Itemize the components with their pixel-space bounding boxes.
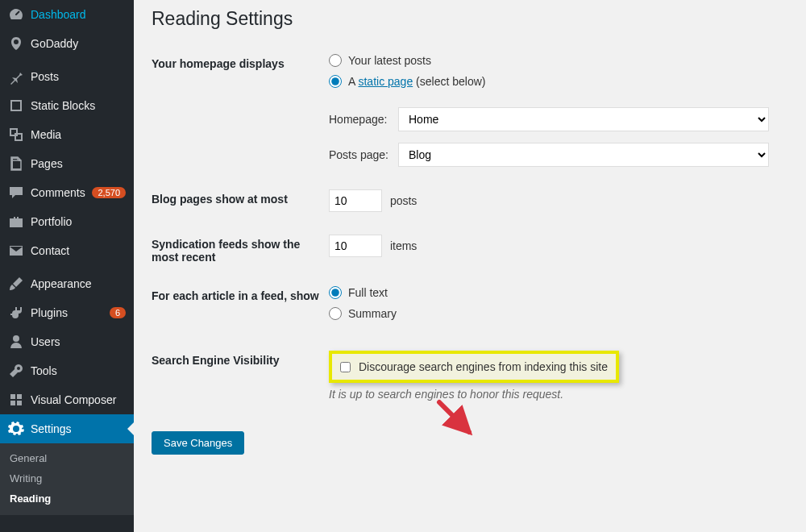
- user-icon: [8, 334, 24, 350]
- posts-page-select-label: Posts page:: [329, 148, 395, 161]
- blog-pages-unit: posts: [390, 194, 417, 207]
- sidebar-item-label: Comments: [31, 186, 89, 199]
- homepage-select[interactable]: Home: [398, 107, 769, 131]
- posts-page-select[interactable]: Blog: [398, 143, 769, 167]
- sidebar-item-label: Contact: [31, 244, 126, 257]
- sidebar-item-godaddy[interactable]: GoDaddy: [0, 29, 134, 58]
- sidebar-item-media[interactable]: Media: [0, 120, 134, 149]
- syndication-label: Syndication feeds show the most recent: [152, 235, 329, 264]
- syndication-input[interactable]: [329, 235, 382, 257]
- wrench-icon: [8, 363, 24, 379]
- submenu-item-writing[interactable]: Writing: [0, 468, 134, 488]
- sidebar-item-comments[interactable]: Comments2,570: [0, 178, 134, 207]
- portfolio-icon: [8, 214, 24, 230]
- sidebar-badge: 2,570: [92, 187, 126, 198]
- vc-icon: [8, 392, 24, 408]
- sidebar-item-visual-composer[interactable]: Visual Composer: [0, 385, 134, 414]
- feed-article-label: For each article in a feed, show: [152, 286, 329, 302]
- main-content: Reading Settings Your homepage displays …: [134, 0, 806, 532]
- radio-full-text-label: Full text: [348, 286, 388, 299]
- radio-full-text[interactable]: [329, 286, 342, 299]
- sidebar-item-tools[interactable]: Tools: [0, 356, 134, 385]
- submenu-item-reading[interactable]: Reading: [0, 488, 134, 509]
- sidebar-item-label: Media: [31, 128, 126, 141]
- sidebar-item-label: Visual Composer: [31, 393, 126, 406]
- sev-label: Search Engine Visibility: [152, 351, 329, 367]
- blog-pages-input[interactable]: [329, 189, 382, 212]
- sev-description: It is up to search engines to honor this…: [329, 388, 788, 401]
- plug-icon: [8, 305, 24, 321]
- sidebar-item-label: Users: [31, 335, 126, 348]
- sev-checkbox[interactable]: [340, 362, 351, 372]
- sidebar-item-label: Tools: [31, 364, 126, 377]
- sidebar-item-label: GoDaddy: [31, 37, 126, 50]
- page-icon: [8, 156, 24, 172]
- sidebar-item-portfolio[interactable]: Portfolio: [0, 207, 134, 236]
- gear-icon: [8, 421, 24, 437]
- page-title: Reading Settings: [152, 8, 788, 30]
- sidebar-item-label: Plugins: [31, 306, 106, 319]
- godaddy-icon: [8, 35, 24, 52]
- sidebar-item-label: Static Blocks: [31, 99, 126, 112]
- sidebar-item-posts[interactable]: Posts: [0, 62, 134, 91]
- sidebar-item-label: Dashboard: [31, 8, 126, 21]
- dashboard-icon: [8, 6, 24, 23]
- sidebar-item-contact[interactable]: Contact: [0, 236, 134, 265]
- sidebar-item-label: Posts: [31, 70, 126, 83]
- radio-static-page-label: A static page (select below): [348, 75, 485, 88]
- radio-latest-posts-label: Your latest posts: [348, 54, 431, 67]
- sev-highlight-box: Discourage search engines from indexing …: [329, 351, 619, 383]
- sidebar-item-appearance[interactable]: Appearance: [0, 269, 134, 298]
- sidebar-item-static-blocks[interactable]: Static Blocks: [0, 91, 134, 120]
- settings-submenu: GeneralWritingReading: [0, 443, 134, 515]
- sidebar-item-label: Settings: [31, 422, 126, 435]
- sidebar-item-label: Pages: [31, 157, 126, 170]
- radio-summary[interactable]: [329, 307, 342, 320]
- sidebar-item-dashboard[interactable]: Dashboard: [0, 0, 134, 29]
- sidebar-item-label: Appearance: [31, 277, 126, 290]
- homepage-select-label: Homepage:: [329, 113, 395, 126]
- sidebar-item-label: Portfolio: [31, 215, 126, 228]
- square-icon: [8, 98, 24, 114]
- mail-icon: [8, 243, 24, 259]
- radio-latest-posts[interactable]: [329, 54, 342, 67]
- sidebar-badge: 6: [110, 307, 126, 318]
- comment-icon: [8, 185, 24, 201]
- sidebar-item-plugins[interactable]: Plugins6: [0, 298, 134, 327]
- admin-sidebar: DashboardGoDaddyPostsStatic BlocksMediaP…: [0, 0, 134, 532]
- sidebar-item-users[interactable]: Users: [0, 327, 134, 356]
- sidebar-item-settings[interactable]: Settings: [0, 414, 134, 443]
- static-page-link[interactable]: static page: [358, 75, 413, 88]
- sev-checkbox-label: Discourage search engines from indexing …: [359, 360, 608, 373]
- radio-static-page[interactable]: [329, 75, 342, 88]
- submenu-item-general[interactable]: General: [0, 448, 134, 468]
- pin-icon: [8, 69, 24, 85]
- brush-icon: [8, 276, 24, 292]
- radio-summary-label: Summary: [348, 307, 397, 320]
- blog-pages-label: Blog pages show at most: [152, 189, 329, 206]
- media-icon: [8, 127, 24, 143]
- sidebar-item-pages[interactable]: Pages: [0, 149, 134, 178]
- homepage-displays-label: Your homepage displays: [152, 54, 329, 70]
- save-changes-button[interactable]: Save Changes: [152, 431, 244, 455]
- syndication-unit: items: [390, 239, 417, 252]
